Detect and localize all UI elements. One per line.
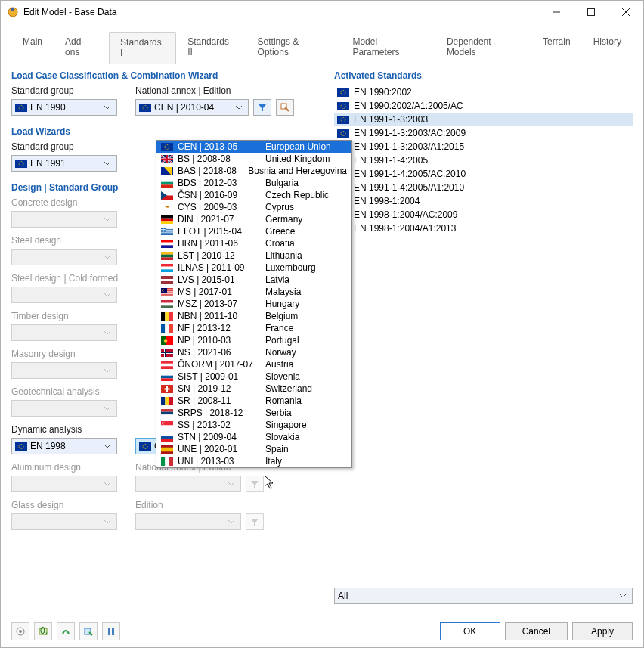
svg-rect-73	[161, 242, 173, 245]
tool-icon-3[interactable]	[57, 622, 75, 640]
svg-rect-3	[588, 8, 595, 15]
tab-history[interactable]: History	[582, 31, 633, 64]
dropdown-item[interactable]: UNI | 2013-03Italy	[156, 455, 351, 467]
combo-filter-all[interactable]: All	[334, 588, 633, 604]
eu-flag-icon	[337, 102, 349, 110]
filter-button[interactable]	[253, 99, 271, 116]
standard-item[interactable]: EN 1990:2002/A1:2005/AC	[334, 99, 633, 113]
cz-flag-icon	[161, 191, 173, 200]
svg-rect-78	[161, 264, 173, 267]
svg-rect-54	[161, 179, 173, 182]
tool-icon-5[interactable]	[102, 622, 120, 640]
at-flag-icon	[161, 361, 173, 369]
svg-rect-134	[161, 457, 165, 466]
dropdown-item[interactable]: CYS | 2009-03Cyprus	[156, 201, 351, 213]
dropdown-item[interactable]: NBN | 2011-10Belgium	[156, 310, 351, 322]
svg-rect-94	[161, 300, 173, 303]
dropdown-item[interactable]: SN | 2019-12Switzerland	[156, 383, 351, 395]
dropdown-item[interactable]: LVS | 2015-01Latvia	[156, 274, 351, 286]
tool-icon-1[interactable]	[11, 622, 29, 640]
dropdown-item[interactable]: CEN | 2013-05European Union	[156, 141, 351, 153]
standard-item[interactable]: EN 1998-1:2004	[334, 194, 633, 208]
dropdown-item[interactable]: HRN | 2011-06Croatia	[156, 237, 351, 250]
chevron-down-icon	[101, 162, 113, 166]
dropdown-item[interactable]: ÖNORM | 2017-07Austria	[156, 358, 351, 371]
svg-rect-19	[337, 102, 349, 110]
combo-std-group-1991[interactable]: EN 1991	[11, 155, 117, 172]
annex-dropdown-list[interactable]: CEN | 2013-05European UnionBS | 2008-08U…	[156, 140, 352, 468]
eu-flag-icon	[15, 160, 27, 168]
svg-rect-122	[161, 409, 173, 412]
tab-standards-ii[interactable]: Standards II	[176, 31, 246, 64]
dropdown-item[interactable]: NS | 2021-06Norway	[156, 346, 351, 358]
tab-terrain[interactable]: Terrain	[531, 31, 582, 64]
filter-button-disabled	[246, 513, 264, 530]
svg-rect-11	[15, 160, 27, 168]
dropdown-item[interactable]: SS | 2013-02Singapore	[156, 419, 351, 431]
dropdown-item[interactable]: BS | 2008-08United Kingdom	[156, 153, 351, 165]
combo-glass-edition	[135, 513, 241, 530]
standard-item[interactable]: EN 1991-1-3:2003/AC:2009	[334, 126, 633, 140]
dropdown-item[interactable]: ČSN | 2016-09Czech Republic	[156, 189, 351, 201]
dropdown-item[interactable]: DIN | 2021-07Germany	[156, 213, 351, 225]
settings-edit-button[interactable]	[276, 99, 294, 116]
svg-rect-96	[161, 305, 173, 308]
chevron-down-icon	[233, 106, 245, 110]
close-button[interactable]	[608, 1, 643, 23]
tab-settings-options[interactable]: Settings & Options	[246, 31, 342, 64]
svg-rect-97	[161, 312, 165, 321]
gr-flag-icon	[161, 228, 173, 236]
standard-item[interactable]: EN 1991-1-4:2005	[334, 153, 633, 167]
dropdown-item[interactable]: MSZ | 2013-07Hungary	[156, 298, 351, 310]
my-flag-icon	[161, 288, 173, 296]
standard-item[interactable]: EN 1991-1-3:2003	[334, 113, 633, 126]
filter-button-disabled	[246, 476, 264, 492]
dropdown-item[interactable]: ILNAS | 2011-09Luxembourg	[156, 262, 351, 274]
dropdown-item[interactable]: STN | 2009-04Slovakia	[156, 431, 351, 443]
tab-main[interactable]: Main	[11, 31, 54, 64]
standard-item[interactable]: EN 1991-1-3:2003/A1:2015	[334, 140, 633, 153]
dropdown-item[interactable]: SIST | 2009-01Slovenia	[156, 371, 351, 383]
dropdown-item[interactable]: UNE | 2020-01Spain	[156, 443, 351, 455]
svg-rect-8	[139, 104, 151, 112]
tab-dependent-models[interactable]: Dependent Models	[435, 31, 531, 64]
ro-flag-icon	[161, 397, 173, 405]
dropdown-item[interactable]: MS | 2017-01Malaysia	[156, 286, 351, 298]
tab-standards-i[interactable]: Standards I	[109, 32, 176, 64]
combo-std-group-1990[interactable]: EN 1990	[11, 99, 117, 116]
dropdown-item[interactable]: LST | 2010-12Lithuania	[156, 250, 351, 262]
combo-dynamic-1998[interactable]: EN 1998	[11, 438, 117, 454]
minimize-button[interactable]	[539, 1, 574, 23]
svg-rect-82	[161, 279, 173, 281]
maximize-button[interactable]	[574, 1, 608, 23]
standard-item[interactable]: EN 1998-1:2004/A1:2013	[334, 222, 633, 235]
standard-item[interactable]: EN 1991-1-4:2005/A1:2010	[334, 181, 633, 194]
dropdown-item[interactable]: NF | 2013-12France	[156, 322, 351, 334]
svg-rect-100	[161, 324, 165, 333]
activated-standards-list[interactable]: EN 1990:2002EN 1990:2002/A1:2005/ACEN 19…	[334, 85, 633, 235]
dropdown-item[interactable]: NP | 2010-03Portugal	[156, 334, 351, 346]
tab-model-parameters[interactable]: Model Parameters	[341, 31, 435, 64]
dropdown-item[interactable]: SR | 2008-11Romania	[156, 395, 351, 407]
apply-button[interactable]: Apply	[572, 622, 633, 640]
dropdown-item[interactable]: SRPS | 2018-12Serbia	[156, 407, 351, 419]
ok-button[interactable]: OK	[440, 622, 500, 640]
dropdown-item[interactable]: BDS | 2012-03Bulgaria	[156, 177, 351, 189]
svg-rect-67	[161, 232, 173, 233]
svg-rect-124	[161, 414, 173, 417]
sg-flag-icon	[161, 421, 173, 429]
eu-flag-icon	[15, 104, 27, 112]
dropdown-item[interactable]: BAS | 2018-08Bosnia and Herzegovina	[156, 165, 351, 177]
dropdown-item[interactable]: ELOT | 2015-04Greece	[156, 225, 351, 237]
standard-item[interactable]: EN 1990:2002	[334, 85, 633, 99]
standard-item[interactable]: EN 1998-1:2004/AC:2009	[334, 208, 633, 222]
tool-icon-4[interactable]	[79, 622, 98, 640]
titlebar: Edit Model - Base Data	[1, 1, 643, 23]
standard-item[interactable]: EN 1991-1-4:2005/AC:2010	[334, 167, 633, 181]
cancel-button[interactable]: Cancel	[505, 622, 568, 640]
app-icon	[7, 6, 19, 18]
tab-add-ons[interactable]: Add-ons	[54, 31, 109, 64]
combo-annex-2010[interactable]: CEN | 2010-04	[135, 99, 249, 116]
tool-icon-2[interactable]: 0,00	[34, 622, 52, 640]
window-title: Edit Model - Base Data	[23, 7, 539, 17]
